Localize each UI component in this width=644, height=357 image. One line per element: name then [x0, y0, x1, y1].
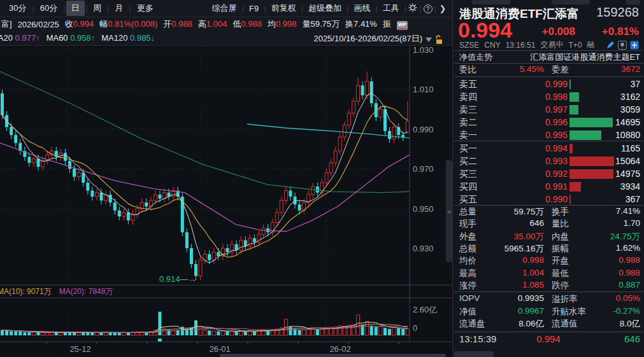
ask-row-卖二[interactable]: 卖二0.99614695	[453, 116, 644, 129]
x-axis-label: 26-01	[206, 344, 234, 354]
kline-chart-area[interactable]	[0, 46, 452, 357]
stat-row: IOPV0.9935溢折率0.05%	[453, 293, 644, 305]
x-axis-label: 25-12	[66, 344, 94, 354]
stat-row: 最高1.004最低0.988	[453, 268, 644, 280]
y-axis-label: 0.970	[413, 164, 434, 174]
weicha-label: 委差	[552, 64, 569, 76]
kline-chart[interactable]	[0, 0, 452, 311]
divider	[454, 50, 643, 51]
add-to-watchlist-icon[interactable]	[630, 41, 639, 50]
tick-price: 0.994	[517, 333, 580, 344]
y-axis-label: 0.930	[413, 244, 434, 253]
stat-row: 净值0.9967升贴水率-0.27%	[453, 306, 644, 318]
stat-row: 现手646量比1.70	[453, 218, 644, 230]
bell-icon[interactable]	[618, 41, 627, 50]
divider	[454, 63, 643, 64]
bid-row-买四[interactable]: 买四0.9913934	[453, 180, 644, 193]
stat-row: 均价0.998开盘0.988	[453, 255, 644, 267]
panel-tab-stub[interactable]	[626, 0, 640, 4]
low-price-annotation: 0.914—→	[159, 274, 197, 284]
trading-status: 交易中	[540, 39, 563, 50]
ask-row-卖三[interactable]: 卖三0.9973059	[453, 103, 644, 116]
price-change-percent: +0.81%	[602, 25, 639, 38]
divider	[454, 205, 643, 206]
bid-row-买五[interactable]: 买五0.990367	[453, 193, 644, 206]
bid-row-买一[interactable]: 买一0.9941165	[453, 142, 644, 155]
weibi-row: 委比 5.45% 委差 3672	[453, 64, 644, 76]
exchange-label: SZSE	[459, 41, 479, 50]
stock-code: 159268	[596, 5, 639, 20]
weicha-value: 3672	[621, 64, 640, 74]
divider	[454, 332, 643, 332]
divider	[454, 291, 643, 292]
y-axis-label: 1.010	[413, 85, 434, 94]
tick-volume: 646	[624, 333, 640, 344]
ask-row-卖四[interactable]: 卖四0.9983162	[453, 90, 644, 103]
x-axis-label: 26-02	[326, 344, 354, 354]
panel-tab-stub[interactable]	[552, 0, 590, 4]
currency-label: CNY	[484, 41, 500, 50]
quote-time: 13:16:51	[506, 41, 536, 50]
stat-row: 流通盘8.06亿流通值8.0亿	[453, 318, 644, 330]
volume-ma-label: MA(10): 9071万	[0, 286, 52, 297]
divider	[454, 76, 643, 77]
ask-row-卖一[interactable]: 卖一0.99510880	[453, 129, 644, 141]
weibi-value: 5.45%	[478, 64, 544, 74]
stat-row: 总量59.75万换手7.41%	[453, 206, 644, 218]
nav-value: 汇添富国证港股通消费主题ET	[530, 52, 640, 63]
pencil-icon[interactable]	[606, 41, 615, 49]
divider	[454, 141, 643, 141]
nav-label: 净值走势	[459, 52, 492, 63]
horizontal-scrollbar[interactable]	[220, 354, 446, 357]
bid-row-买三[interactable]: 买三0.99214975	[453, 167, 644, 180]
panel-tab-stub[interactable]	[472, 0, 510, 4]
stat-row: 涨停1.085跌停0.887	[453, 280, 644, 292]
y-axis-label: 0.950	[413, 204, 434, 214]
stat-row: 外盘35.00万内盘24.75万	[453, 231, 644, 243]
volume-axis-label: 0	[413, 323, 417, 333]
y-axis-label: 1.030	[413, 45, 434, 55]
market-meta-row: SZSE CNY 13:16:51 交易中 T+0 融	[459, 39, 639, 50]
margin-badge: 融	[587, 39, 594, 50]
volume-ma-labels: MA(10): 9071万MA(20): 7848万	[0, 286, 113, 297]
panel-bottom-stub	[454, 351, 494, 357]
trading-app-window: 30分|60分|日|周|月|更多 综合屏|F9|前复权|超级叠加|画线|工具||…	[0, 0, 644, 357]
panel-collapse-handle[interactable]: »	[446, 160, 452, 262]
t0-badge: T+0	[568, 41, 582, 50]
weibi-label: 委比	[459, 64, 476, 76]
ask-row-卖五[interactable]: 卖五0.99937	[453, 78, 644, 90]
quote-panel: 港股通消费ETF汇添富 159268 0.994 +0.008 +0.81% S…	[452, 0, 644, 357]
price-change: +0.008	[542, 25, 575, 38]
bid-row-买二[interactable]: 买二0.99315064	[453, 155, 644, 167]
tick-time: 13:15:39	[459, 333, 496, 344]
stat-row: 总额5965.16万振幅1.62%	[453, 243, 644, 255]
y-axis-label: 0.990	[413, 125, 434, 134]
nav-row: 净值走势 汇添富国证港股通消费主题ET	[453, 52, 644, 64]
volume-ma-label: MA(20): 7848万	[59, 286, 113, 297]
volume-axis-label: 2.60亿	[413, 304, 437, 316]
